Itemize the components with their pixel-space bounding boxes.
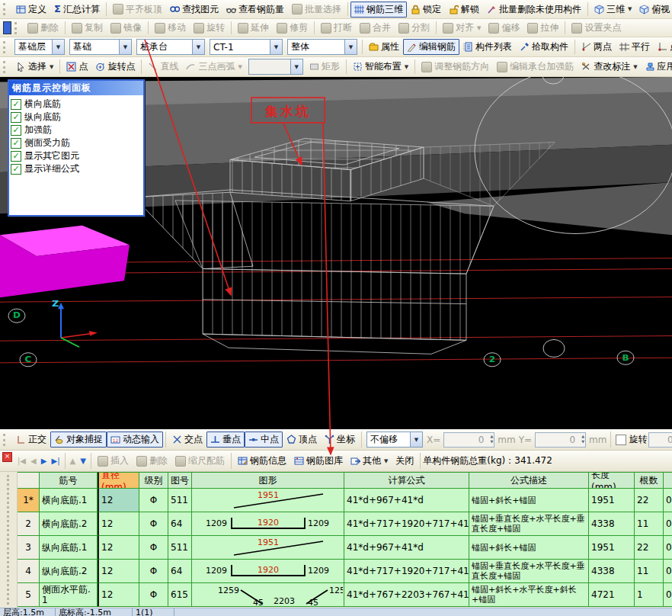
intersection-snap-toggle[interactable]: 交点 [168,432,206,448]
merge-button[interactable]: 合并 [356,20,395,36]
rownum-cell[interactable]: 5 [18,583,40,607]
axis-parallel-button[interactable]: 平行 [616,39,654,55]
next-row-button[interactable]: ▶ [41,457,47,465]
dynamic-input-toggle[interactable]: 12 动态输入 [107,432,163,448]
table-left-splitter[interactable] [0,472,18,608]
view-3d-button[interactable]: 三维 ▼ [590,2,635,18]
panel-check-show-formula[interactable]: ✓显示详细公式 [11,162,142,175]
batch-select-button[interactable]: 批量选择 [288,2,345,18]
first-row-button[interactable]: |◀ [18,457,26,465]
panel-check-show-other[interactable]: ✓显示其它图元 [11,149,142,162]
scale-rebar-button[interactable]: 缩尺配筋 [171,453,229,469]
set-grip-button[interactable]: 设置夹点 [568,20,625,36]
panel-check-horizontal-bottom[interactable]: ✓横向底筋 [11,98,142,111]
rownum-cell[interactable]: 3 [18,536,40,560]
scope-combo[interactable]: 整体▼ [287,39,357,55]
break-button[interactable]: 打断 [317,20,356,36]
toolbar-grip[interactable] [3,41,9,53]
batch-delete-unused-button[interactable]: 批量删除未使用构件 [483,2,585,18]
find-element-button[interactable]: 查找图元 [166,2,222,18]
toolbar-grip[interactable] [14,22,21,34]
align-button[interactable]: 对齐▼ [439,20,485,36]
spinner-arrows-icon[interactable]: ▲▼ [581,434,584,444]
close-table-button[interactable]: 关闭 [392,453,418,469]
smart-layout-button[interactable]: 智能布置 ▼ [349,59,412,75]
rotate-angle-input[interactable]: 0.000▲▼ [648,432,672,448]
edit-cap-strengthen-rebar-button[interactable]: 编辑承台加强筋 [493,59,578,75]
figure-cell[interactable]: 1951 [192,489,344,512]
offset-mode-combo[interactable]: 不偏移▼ [366,432,423,448]
insert-row-button[interactable]: 插入 [94,453,133,469]
mirror-button[interactable]: 镜像 [107,20,146,36]
rownum-cell[interactable]: 1* [18,489,40,512]
point-button[interactable]: 点 [62,59,91,75]
rotate-point-button[interactable]: 旋转点 [91,59,139,75]
axis-two-point-button[interactable]: 两点 [578,39,616,55]
toolbar-grip[interactable] [3,61,9,73]
view-top-button[interactable]: 俯视 ▼ [635,2,672,18]
spinner-arrows-icon[interactable]: ▲▼ [490,434,493,444]
floor-combo[interactable]: 基础层▼ [14,39,65,55]
arc-mode-combo[interactable]: ▼ [248,59,303,75]
move-button[interactable]: 移动 [151,20,190,36]
figure-cell[interactable]: 1209 1920 1209 [192,512,344,536]
summary-calc-button[interactable]: Σ 汇总计算 [50,2,104,18]
figure-cell[interactable]: 1209 1920 1209 [192,560,344,583]
figure-cell[interactable]: 1259 45 2203 45 1259 [192,583,344,607]
trim-button[interactable]: 修剪 [273,20,312,36]
offset-button[interactable]: 偏移 [485,20,523,36]
panel-check-longitudinal-bottom[interactable]: ✓纵向底筋 [11,111,142,124]
last-row-button[interactable]: ▶| [51,457,59,465]
lock-button[interactable]: 锁定 [407,2,445,18]
panel-check-side-bars[interactable]: ✓侧面受力筋 [11,136,142,149]
rebar-3d-button[interactable]: 钢筋三维 [350,2,407,18]
extend-button[interactable]: 延伸 [234,20,273,36]
move-up-button[interactable]: ▲ [70,457,76,465]
define-button[interactable]: 定义 [12,2,50,18]
delete-button[interactable]: 删除 [24,20,62,36]
toolbar-grip[interactable] [3,434,9,446]
rownum-cell[interactable]: 4 [18,560,40,583]
unlock-button[interactable]: 解锁 [445,2,483,18]
align-slab-top-button[interactable]: 平齐板顶 [109,2,166,18]
select-button[interactable]: 选择 ▼ [12,59,57,75]
rotate-button[interactable]: 旋转 [190,20,229,36]
element-name-combo[interactable]: CT-1▼ [210,39,283,55]
close-table-icon[interactable]: × [2,452,12,462]
drawing-viewport[interactable]: D C 2 B Z 钢筋显示控制面板 ✓横向底筋 ✓纵向底筋 ✓加强筋 ✓侧面受… [0,77,672,429]
y-offset-input[interactable]: 0▲▼ [535,432,586,448]
rotate-checkbox[interactable] [616,435,626,445]
properties-button[interactable]: 属性 [365,39,403,55]
rebar-library-button[interactable]: 钢筋图库 [290,453,347,469]
toolbar-grip[interactable] [3,3,9,15]
other-menu-button[interactable]: 其他 ▼ [347,453,392,469]
figure-cell[interactable]: 1951 [192,536,344,560]
edit-annotation-button[interactable]: 查改标注 ▼ [578,59,641,75]
ortho-toggle[interactable]: 正交 [12,432,50,448]
line-button[interactable]: 直线 [144,59,182,75]
vertex-snap-toggle[interactable]: 顶点 [283,432,321,448]
delete-row-button[interactable]: 删除 [133,453,171,469]
element-type-combo[interactable]: 桩承台▼ [136,39,205,55]
panel-check-strengthen[interactable]: ✓加强筋 [11,124,142,136]
stretch-button[interactable]: 拉伸 [523,20,562,36]
view-rebar-qty-button[interactable]: 查看钢筋量 [222,2,288,18]
rownum-cell[interactable]: 2 [18,512,40,536]
move-down-button[interactable]: ▼ [80,457,86,465]
split-button[interactable]: 分割 [395,20,434,36]
arc-three-point-button[interactable]: 三点画弧 ▼ [182,59,245,75]
adjust-rebar-direction-button[interactable]: 调整钢筋方向 [418,59,493,75]
axis-point-angle-button[interactable]: 点角 ▼ [654,39,672,55]
element-list-button[interactable]: 构件列表 [459,39,516,55]
rectangle-button[interactable]: 矩形 [306,59,344,75]
prev-row-button[interactable]: ◀ [30,457,37,465]
apply-same-name-button[interactable]: 应用同名构件 [642,59,672,75]
copy-button[interactable]: 复制 [68,20,107,36]
x-offset-input[interactable]: 0▲▼ [443,432,494,448]
perpendicular-snap-toggle[interactable]: 垂点 [206,432,245,448]
rebar-info-button[interactable]: 钢筋信息 [234,453,290,469]
midpoint-snap-toggle[interactable]: 中点 [245,432,283,448]
category-combo[interactable]: 基础▼ [69,39,132,55]
coordinate-snap-toggle[interactable]: 坐标 [321,432,359,448]
pick-element-button[interactable]: 拾取构件 [516,39,572,55]
